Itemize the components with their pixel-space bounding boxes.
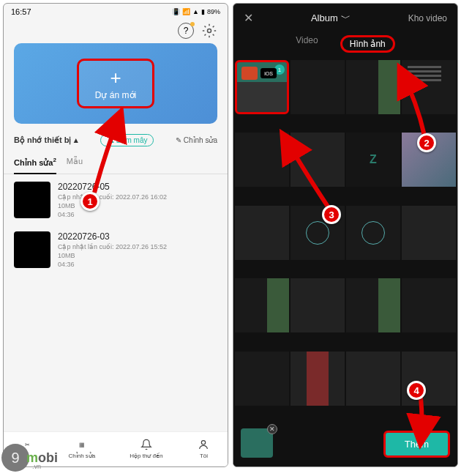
- plus-icon: +: [110, 68, 121, 87]
- person-icon: [197, 438, 210, 451]
- media-item[interactable]: Z: [346, 133, 400, 187]
- media-item[interactable]: [235, 278, 289, 332]
- picker-header: ✕ Album ﹀ Kho video: [233, 4, 457, 29]
- project-duration: 04:36: [58, 261, 167, 268]
- annotation-arrow-2: [395, 66, 439, 142]
- watermark: 9 mobi .vn: [1, 444, 58, 472]
- media-item[interactable]: [291, 352, 345, 406]
- media-item[interactable]: [235, 352, 289, 406]
- bell-icon: [140, 438, 153, 451]
- svg-point-1: [202, 441, 206, 445]
- project-list: 20220726-05 Cập nhật lần cuối: 2022.07.2…: [4, 174, 228, 431]
- annotation-marker-3: 3: [322, 205, 341, 224]
- media-item[interactable]: [291, 278, 345, 332]
- project-updated: Cập nhật lần cuối: 2022.07.26 15:52: [58, 243, 167, 250]
- annotation-arrow-3: [278, 132, 337, 215]
- project-thumb: [14, 182, 50, 218]
- tab-video[interactable]: Video: [296, 35, 318, 53]
- new-project-button[interactable]: + Dự án mới: [77, 59, 154, 108]
- annotation-arrow-4: [410, 395, 439, 450]
- media-item[interactable]: [346, 60, 400, 114]
- status-time: 16:57: [11, 7, 31, 16]
- media-type-tabs: Video Hình ảnh: [233, 29, 457, 60]
- close-icon[interactable]: ✕: [244, 11, 253, 25]
- watermark-badge: 9: [1, 444, 29, 472]
- tab-image[interactable]: Hình ảnh: [340, 35, 395, 53]
- wifi-icon: ▲: [192, 8, 199, 15]
- status-icons: 📳 📶 ▲ ▮ 89%: [172, 8, 220, 15]
- svg-point-0: [208, 29, 211, 33]
- new-project-label: Dự án mới: [95, 90, 136, 100]
- top-actions: ?: [4, 20, 228, 43]
- annotation-marker-1: 1: [80, 192, 100, 211]
- status-bar: 16:57 📳 📶 ▲ ▮ 89%: [4, 4, 228, 20]
- annotation-arrow-1: [91, 108, 135, 199]
- screen-left: 16:57 📳 📶 ▲ ▮ 89% ? + Dự án mới: [3, 3, 228, 467]
- remove-icon[interactable]: ✕: [267, 424, 277, 434]
- vibrate-icon: 📳: [172, 8, 180, 15]
- media-item[interactable]: [402, 278, 456, 332]
- caret-up-icon: ▴: [74, 135, 78, 145]
- media-item-selected[interactable]: 1: [235, 60, 289, 114]
- media-item[interactable]: [402, 206, 456, 260]
- tab-edit[interactable]: Chỉnh sửa2: [14, 152, 56, 174]
- signal-icon: 📶: [182, 8, 190, 15]
- project-size: 10MB: [58, 252, 167, 259]
- nav-template[interactable]: ▦ Chỉnh sửa: [68, 438, 95, 459]
- album-dropdown[interactable]: Album ﹀: [253, 12, 408, 25]
- settings-icon[interactable]: [201, 23, 217, 39]
- project-size: 10MB: [58, 202, 167, 209]
- annotation-marker-2: 2: [417, 133, 436, 152]
- media-item[interactable]: [346, 278, 400, 332]
- nav-inbox[interactable]: Hộp thư đến: [130, 438, 162, 459]
- media-item[interactable]: [346, 206, 400, 260]
- selection-badge: 1: [274, 64, 285, 75]
- template-icon: ▦: [75, 438, 89, 451]
- project-item[interactable]: 20220726-03 Cập nhật lần cuối: 2022.07.2…: [14, 231, 217, 268]
- annotation-marker-4: 4: [407, 381, 426, 400]
- storage-label[interactable]: Bộ nhớ thiết bị ▴: [14, 135, 78, 145]
- battery-icon: ▮: [201, 8, 205, 15]
- media-item[interactable]: [346, 352, 400, 406]
- project-title: 20220726-03: [58, 231, 167, 242]
- battery-pct: 89%: [207, 8, 220, 15]
- selected-thumb[interactable]: ✕: [241, 428, 273, 458]
- chevron-down-icon: ﹀: [341, 12, 351, 25]
- project-thumb: [14, 231, 50, 268]
- pencil-icon: ✎: [176, 136, 181, 144]
- media-item[interactable]: [291, 60, 345, 114]
- help-icon[interactable]: ?: [178, 23, 194, 39]
- nav-me[interactable]: Tôi: [197, 438, 210, 459]
- edit-button[interactable]: ✎ Chỉnh sửa: [176, 136, 217, 144]
- project-duration: 04:36: [58, 211, 167, 218]
- stock-video-link[interactable]: Kho video: [408, 13, 447, 23]
- tab-template[interactable]: Mẫu: [67, 152, 83, 174]
